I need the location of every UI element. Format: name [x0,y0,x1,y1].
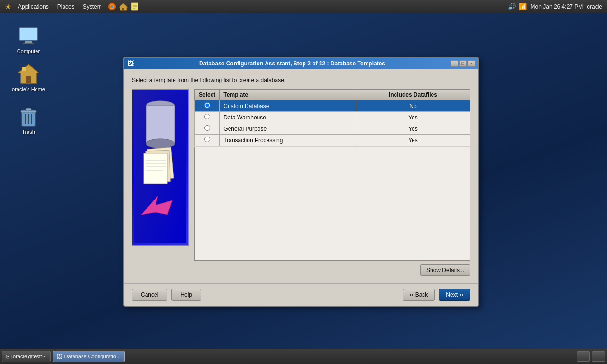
places-menu[interactable]: Places [54,2,78,11]
table-row[interactable]: Transaction ProcessingYes [195,135,470,146]
radio-cell[interactable] [195,100,220,112]
template-radio-3[interactable] [204,136,210,142]
table-row[interactable]: Custom DatabaseNo [195,100,470,112]
network-icon[interactable]: 📶 [519,3,527,10]
back-chevron-icon: ‹‹ [410,291,414,298]
svg-rect-14 [26,76,31,83]
terminal-label: [oracle@test:~] [11,354,46,359]
includes-datafiles-cell: Yes [356,112,470,123]
radio-cell[interactable] [195,112,220,123]
svg-rect-24 [146,106,175,144]
home-icon[interactable] [118,1,129,12]
table-row[interactable]: Data WarehouseYes [195,112,470,123]
cancel-button[interactable]: Cancel [132,289,167,301]
dialog-titlebar: 🖼 Database Configuration Assistant, Step… [124,58,478,69]
system-tray: 🔊 📶 [508,3,527,10]
minimize-button[interactable]: – [451,60,458,67]
home-folder-icon [17,63,40,85]
terminal-icon: ⎘ [6,354,9,359]
desktop: ☀ Applications Places System [0,0,607,364]
dialog-right-panel: Select Template Includes Datafiles Custo… [194,89,470,276]
maximize-button[interactable]: □ [459,60,467,67]
dialog-content: Select a template from the following lis… [124,69,478,283]
col-header-template: Template [220,90,356,100]
desktop-icon-computer[interactable]: Computer [9,23,47,56]
firefox-icon[interactable] [107,1,117,12]
includes-datafiles-cell: No [356,100,470,112]
dialog-body: Select Template Includes Datafiles Custo… [132,89,470,276]
datetime-display: Mon Jan 26 4:27 PM [531,3,583,10]
show-details-button[interactable]: Show Details... [420,264,470,276]
next-label: Next [446,291,458,298]
taskbar-terminal[interactable]: ⎘ [oracle@test:~] [2,351,51,362]
dialog-illustration [132,89,189,246]
applications-icon: ☀ [3,1,13,12]
close-button[interactable]: × [468,60,475,67]
dbconfig-label: Database Configuratio... [64,354,120,359]
trash-icon [17,105,40,128]
svg-rect-11 [25,41,32,43]
note-icon[interactable] [129,1,140,12]
svg-rect-4 [122,8,124,10]
svg-rect-28 [144,153,167,184]
back-button[interactable]: ‹‹ Back [403,289,435,301]
taskbar-dbconfig[interactable]: 🖼 Database Configuratio... [53,351,125,362]
template-name-cell: Transaction Processing [220,135,356,146]
template-radio-0[interactable] [204,102,210,108]
svg-point-25 [146,139,175,148]
template-name-cell: Custom Database [220,100,356,112]
dialog-title-icon: 🖼 [127,60,134,67]
template-radio-2[interactable] [204,125,210,131]
dialog-footer: Cancel Help ‹‹ Back Next ›› [124,283,478,306]
template-name-cell: General Purpose [220,123,356,135]
pager-btn-1[interactable] [577,351,590,362]
dialog-window: 🖼 Database Configuration Assistant, Step… [123,57,479,307]
computer-icon [17,25,40,47]
next-chevron-icon: ›› [460,291,463,298]
taskbar-top-right: 🔊 📶 Mon Jan 26 4:27 PM oracle [503,3,607,10]
desktop-icon-home[interactable]: oracle's Home [9,61,47,94]
taskbar-pager [577,351,605,362]
pager-btn-2[interactable] [592,351,605,362]
volume-icon[interactable]: 🔊 [508,3,516,10]
home-icon-label: oracle's Home [12,86,45,92]
next-button[interactable]: Next ›› [439,289,470,301]
desktop-icon-trash[interactable]: Trash [9,103,47,136]
help-button[interactable]: Help [171,289,201,301]
taskbar-top: ☀ Applications Places System [0,0,607,13]
col-header-select: Select [195,90,220,100]
svg-rect-10 [20,28,37,40]
dialog-title-buttons: – □ × [451,60,475,67]
includes-datafiles-cell: Yes [356,123,470,135]
col-header-includes: Includes Datafiles [356,90,470,100]
svg-point-2 [110,5,113,8]
applications-menu[interactable]: Applications [14,2,53,11]
svg-rect-15 [22,67,26,71]
includes-datafiles-cell: Yes [356,135,470,146]
template-radio-1[interactable] [204,114,210,119]
system-menu[interactable]: System [79,2,106,11]
svg-rect-12 [23,43,34,44]
template-table: Select Template Includes Datafiles Custo… [194,89,470,146]
dialog-instruction: Select a template from the following lis… [132,77,470,83]
computer-icon-label: Computer [17,48,40,54]
description-area [194,147,470,261]
table-row[interactable]: General PurposeYes [195,123,470,135]
username-display: oracle [587,3,602,10]
radio-cell[interactable] [195,123,220,135]
radio-cell[interactable] [195,135,220,146]
template-name-cell: Data Warehouse [220,112,356,123]
dbconfig-icon: 🖼 [57,354,62,359]
taskbar-bottom: ⎘ [oracle@test:~] 🖼 Database Configurati… [0,349,607,364]
dialog-title: Database Configuration Assistant, Step 2… [137,60,448,67]
trash-icon-label: Trash [22,129,35,135]
svg-rect-18 [26,108,31,111]
back-label: Back [415,291,428,298]
